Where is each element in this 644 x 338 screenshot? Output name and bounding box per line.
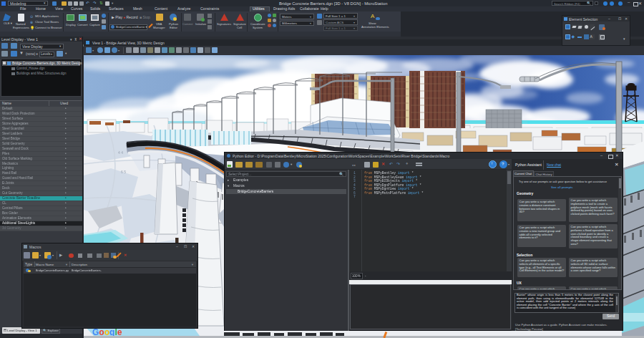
svg-text:4 4: 4 4 <box>118 150 123 155</box>
svg-text:Google: Google <box>92 327 122 337</box>
svg-text:6 5: 6 5 <box>121 170 126 174</box>
